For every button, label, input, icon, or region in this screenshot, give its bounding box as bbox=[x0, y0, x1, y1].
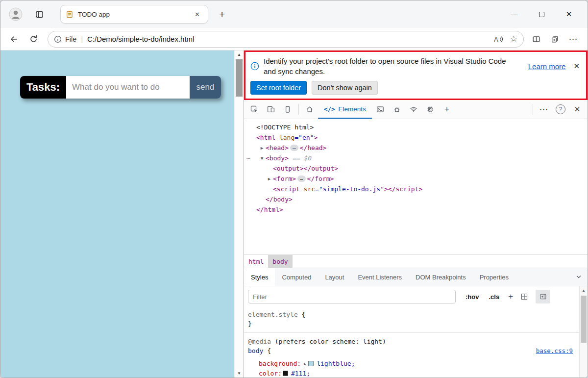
set-root-folder-button[interactable]: Set root folder bbox=[250, 81, 307, 95]
tag-token: </head> bbox=[300, 144, 327, 151]
browser-tab[interactable]: TODO app ✕ bbox=[60, 5, 208, 24]
expand-arrow-icon[interactable]: ▶ bbox=[266, 174, 273, 184]
devtools-help-button[interactable]: ? bbox=[552, 101, 569, 118]
elements-dom-tree: <!DOCTYPE html> <html lang="en"> ▶<head>… bbox=[244, 119, 588, 254]
tag-token: <body> bbox=[266, 154, 289, 162]
tab-computed[interactable]: Computed bbox=[275, 268, 318, 286]
todo-input[interactable] bbox=[66, 76, 190, 99]
collapse-arrow-icon[interactable]: ▼ bbox=[258, 153, 266, 163]
tab-properties[interactable]: Properties bbox=[473, 268, 515, 286]
toolbar-divider bbox=[533, 104, 533, 115]
scrollbar-thumb[interactable] bbox=[236, 59, 243, 97]
dom-line-html-open[interactable]: <html lang="en"> bbox=[244, 132, 588, 143]
more-icon: ⋯ bbox=[539, 104, 549, 115]
element-classes-button[interactable]: .cls bbox=[489, 293, 499, 301]
focus-page-button[interactable] bbox=[279, 101, 296, 118]
dom-line-html-close[interactable]: </html> bbox=[244, 204, 588, 215]
tab-layout[interactable]: Layout bbox=[318, 268, 351, 286]
tab-styles[interactable]: Styles bbox=[244, 268, 275, 286]
color-swatch[interactable] bbox=[308, 361, 314, 366]
profile-avatar[interactable] bbox=[7, 6, 24, 23]
selector-token: element.style bbox=[248, 311, 298, 318]
notice-close-icon[interactable]: ✕ bbox=[573, 62, 580, 71]
network-conditions-button[interactable] bbox=[405, 101, 422, 118]
devtools-close-button[interactable]: ✕ bbox=[569, 101, 586, 118]
devtools-scrollbar[interactable]: ▲ bbox=[579, 286, 588, 378]
element-style-rule[interactable]: element.style { bbox=[248, 310, 573, 319]
scroll-up-icon[interactable]: ▲ bbox=[235, 50, 244, 59]
tab-event-listeners[interactable]: Event Listeners bbox=[351, 268, 409, 286]
new-tab-button[interactable]: + bbox=[215, 8, 229, 20]
add-tools-button[interactable]: + bbox=[439, 101, 455, 118]
workspaces-button[interactable] bbox=[31, 6, 48, 23]
dont-show-again-button[interactable]: Don't show again bbox=[312, 81, 378, 95]
scroll-down-icon[interactable]: ▼ bbox=[235, 369, 244, 378]
dom-line-doctype[interactable]: <!DOCTYPE html> bbox=[244, 122, 588, 132]
performance-tool-button[interactable] bbox=[422, 101, 439, 118]
grid-overlay-button[interactable] bbox=[517, 290, 532, 303]
selected-node-flag: == $0 bbox=[293, 154, 312, 162]
breadcrumb-body[interactable]: body bbox=[268, 255, 292, 268]
background-declaration[interactable]: background:▶lightblue; bbox=[248, 359, 573, 369]
dom-line-script[interactable]: <script src="simple-to-do.js"></script> bbox=[244, 184, 588, 194]
refresh-button[interactable] bbox=[25, 31, 42, 48]
back-button[interactable] bbox=[5, 31, 22, 48]
chevron-down-icon bbox=[576, 274, 582, 280]
new-style-rule-button[interactable]: + bbox=[508, 292, 513, 302]
attr-value-token: ="en" bbox=[294, 134, 314, 141]
element-style-close[interactable]: } bbox=[248, 319, 573, 328]
browser-menu-button[interactable]: ⋯ bbox=[564, 31, 583, 48]
minimize-button[interactable]: — bbox=[500, 4, 528, 24]
address-scheme-label: File bbox=[65, 35, 76, 43]
dom-line-body[interactable]: ⋯▼<body>== $0 bbox=[244, 153, 588, 163]
inspect-element-button[interactable] bbox=[246, 101, 263, 118]
console-panel-button[interactable] bbox=[372, 101, 389, 118]
expand-shorthand-icon[interactable]: ▶ bbox=[304, 361, 306, 366]
issues-debug-button[interactable] bbox=[389, 101, 405, 118]
tag-token: </html> bbox=[256, 206, 283, 213]
read-aloud-icon[interactable]: A bbox=[493, 35, 503, 43]
stylesheet-source-link[interactable]: base.css:9 bbox=[536, 346, 573, 355]
tab-elements[interactable]: </> Elements bbox=[318, 100, 372, 119]
tag-token: <form> bbox=[273, 175, 296, 182]
welcome-home-button[interactable] bbox=[301, 101, 318, 118]
send-button[interactable]: send bbox=[190, 76, 221, 99]
toggle-hover-state-button[interactable]: :hov bbox=[466, 293, 479, 301]
page-scrollbar[interactable]: ▲ ▼ bbox=[234, 50, 244, 378]
body-rule-line[interactable]: base.css:9body { bbox=[248, 346, 573, 355]
media-query-line[interactable]: @media (prefers-color-scheme: light) bbox=[248, 337, 573, 346]
dom-line-form[interactable]: ▶<form>…</form> bbox=[244, 174, 588, 184]
devtools-menu-button[interactable]: ⋯ bbox=[536, 101, 552, 118]
collections-button[interactable] bbox=[545, 31, 564, 48]
tab-close-icon[interactable]: ✕ bbox=[192, 10, 203, 19]
dom-line-body-close[interactable]: </body> bbox=[244, 194, 588, 204]
dom-line-head[interactable]: ▶<head>…</head> bbox=[244, 143, 588, 153]
tabs-overflow-button[interactable] bbox=[570, 268, 588, 286]
devtools-toolbar: </> Elements bbox=[244, 100, 588, 119]
scroll-up-icon[interactable]: ▲ bbox=[580, 286, 588, 294]
address-bar[interactable]: File | C:/Demo/simple-to-do/index.html A… bbox=[48, 31, 524, 48]
learn-more-link[interactable]: Learn more bbox=[528, 62, 566, 71]
styles-filter-row: :hov .cls + bbox=[244, 286, 588, 307]
expand-arrow-icon[interactable]: ▶ bbox=[258, 143, 266, 153]
computed-sidebar-toggle-button[interactable] bbox=[536, 290, 550, 303]
device-emulation-button[interactable] bbox=[263, 101, 279, 118]
color-swatch[interactable] bbox=[283, 371, 288, 376]
plus-icon: + bbox=[444, 104, 449, 114]
split-screen-button[interactable] bbox=[527, 31, 545, 48]
styles-filter-input[interactable] bbox=[248, 290, 456, 303]
favorite-star-icon[interactable]: ☆ bbox=[510, 34, 517, 44]
collapsed-ellipsis-icon[interactable]: … bbox=[297, 176, 306, 182]
attr-value-token: ="simple-to-do.js" bbox=[315, 185, 384, 193]
node-menu-icon[interactable]: ⋯ bbox=[246, 153, 251, 163]
scrollbar-thumb[interactable] bbox=[581, 296, 587, 343]
maximize-button[interactable] bbox=[528, 4, 555, 24]
dom-line-output[interactable]: <output></output> bbox=[244, 163, 588, 174]
tag-token: <output></output> bbox=[273, 165, 338, 172]
breadcrumb-html[interactable]: html bbox=[244, 255, 268, 268]
window-close-button[interactable]: ✕ bbox=[555, 4, 583, 24]
color-declaration[interactable]: color:#111; bbox=[248, 369, 573, 378]
collapsed-ellipsis-icon[interactable]: … bbox=[290, 145, 298, 151]
rule-divider bbox=[244, 332, 588, 333]
tab-dom-breakpoints[interactable]: DOM Breakpoints bbox=[409, 268, 473, 286]
